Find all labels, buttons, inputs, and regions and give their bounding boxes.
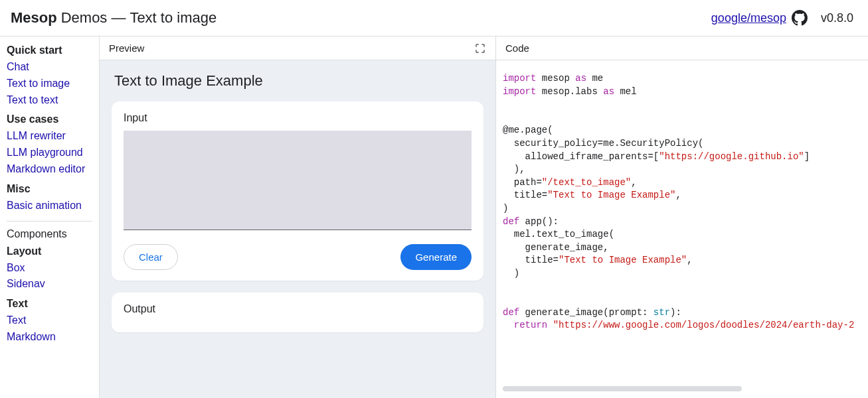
code-body[interactable]: import mesop as meimport mesop.labs as m… bbox=[496, 60, 868, 398]
sidebar-item[interactable]: LLM playground bbox=[7, 145, 92, 161]
sidebar-section-title: Layout bbox=[7, 245, 92, 257]
sidebar-item[interactable]: Text to image bbox=[7, 76, 92, 92]
code-line: mel.text_to_image( bbox=[503, 228, 861, 241]
code-line: return "https://www.google.com/logos/doo… bbox=[503, 319, 861, 332]
output-card: Output bbox=[112, 293, 483, 332]
preview-header: Preview bbox=[100, 36, 495, 60]
sidebar: Quick startChatText to imageText to text… bbox=[0, 36, 100, 398]
input-label: Input bbox=[124, 112, 472, 124]
code-line: import mesop.labs as mel bbox=[503, 86, 861, 99]
code-line: allowed_iframe_parents=["https://google.… bbox=[503, 151, 861, 164]
output-label: Output bbox=[124, 303, 472, 315]
horizontal-scrollbar[interactable] bbox=[503, 386, 742, 391]
code-line: title="Text to Image Example", bbox=[503, 254, 861, 267]
code-line: generate_image, bbox=[503, 241, 861, 255]
button-row: Clear Generate bbox=[124, 244, 472, 270]
code-line: ) bbox=[503, 202, 861, 216]
sidebar-item[interactable]: Markdown editor bbox=[7, 161, 92, 178]
code-line: ) bbox=[503, 267, 861, 281]
version-label: v0.8.0 bbox=[821, 11, 853, 25]
code-line: def app(): bbox=[503, 216, 861, 229]
sidebar-item[interactable]: LLM rewriter bbox=[7, 128, 92, 145]
sidebar-item[interactable]: Box bbox=[7, 260, 92, 277]
sidebar-section-title: Misc bbox=[7, 183, 92, 195]
code-line: security_policy=me.SecurityPolicy( bbox=[503, 137, 861, 151]
sidebar-item[interactable]: Basic animation bbox=[7, 198, 92, 214]
code-line: import mesop as me bbox=[503, 72, 861, 86]
code-header: Code bbox=[496, 36, 868, 60]
preview-panel: Preview Text to Image Example Input Clea… bbox=[100, 36, 496, 398]
example-title: Text to Image Example bbox=[114, 72, 483, 90]
preview-header-title: Preview bbox=[109, 42, 144, 54]
repo-link[interactable]: google/mesop bbox=[711, 11, 786, 25]
code-panel: Code import mesop as meimport mesop.labs… bbox=[496, 36, 868, 398]
clear-button[interactable]: Clear bbox=[124, 244, 178, 270]
demos-label: Demos bbox=[61, 9, 108, 27]
code-line: @me.page( bbox=[503, 124, 861, 137]
fullscreen-icon[interactable] bbox=[474, 42, 486, 54]
input-card: Input Clear Generate bbox=[112, 101, 483, 281]
sidebar-section-title: Use cases bbox=[7, 113, 92, 125]
code-line bbox=[503, 293, 861, 306]
prompt-input[interactable] bbox=[124, 131, 472, 230]
generate-button[interactable]: Generate bbox=[400, 244, 472, 270]
code-line: ), bbox=[503, 163, 861, 176]
brand: Mesop bbox=[11, 9, 57, 27]
code-header-title: Code bbox=[505, 42, 529, 54]
code-line: title="Text to Image Example", bbox=[503, 189, 861, 202]
page-title: Text to image bbox=[130, 9, 217, 27]
sidebar-components-title: Components bbox=[7, 228, 92, 240]
sidebar-item[interactable]: Markdown bbox=[7, 329, 92, 346]
title-separator: — bbox=[111, 9, 126, 27]
sidebar-item[interactable]: Chat bbox=[7, 59, 92, 76]
preview-body: Text to Image Example Input Clear Genera… bbox=[100, 60, 495, 398]
code-line bbox=[503, 98, 861, 111]
sidebar-item[interactable]: Text bbox=[7, 312, 92, 329]
sidebar-divider bbox=[7, 221, 92, 222]
top-left: Mesop Demos — Text to image bbox=[11, 9, 217, 27]
code-line bbox=[503, 111, 861, 125]
github-icon[interactable] bbox=[792, 10, 808, 26]
sidebar-item[interactable]: Sidenav bbox=[7, 276, 92, 293]
sidebar-item[interactable]: Text to text bbox=[7, 92, 92, 109]
sidebar-section-title: Quick start bbox=[7, 44, 92, 56]
code-line: def generate_image(prompt: str): bbox=[503, 306, 861, 320]
sidebar-section-title: Text bbox=[7, 298, 92, 310]
code-line bbox=[503, 281, 861, 294]
top-bar: Mesop Demos — Text to image google/mesop… bbox=[0, 0, 868, 36]
code-line: path="/text_to_image", bbox=[503, 176, 861, 190]
